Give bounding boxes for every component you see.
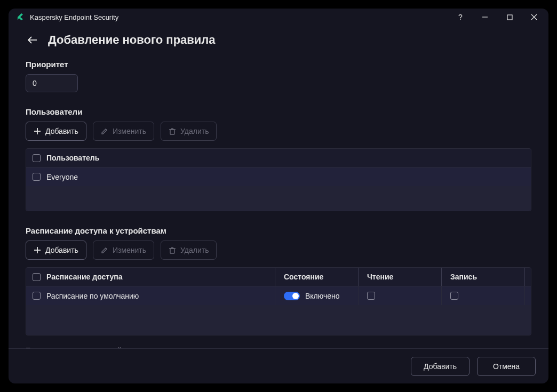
kaspersky-logo-icon — [16, 13, 25, 21]
schedule-col-schedule: Расписание доступа — [46, 273, 275, 281]
users-delete-button[interactable]: Удалить — [161, 122, 217, 141]
page-title: Добавление нового правила — [48, 33, 216, 47]
minimize-icon — [482, 14, 488, 20]
app-window: Kaspersky Endpoint Security ? Добавление… — [9, 9, 548, 383]
plus-icon — [34, 127, 41, 135]
content-area: Добавление нового правила Приоритет Поль… — [9, 26, 548, 348]
schedule-col-read: Чтение — [358, 268, 441, 286]
footer-cancel-button[interactable]: Отмена — [477, 357, 536, 376]
titlebar: Kaspersky Endpoint Security ? — [9, 9, 548, 26]
close-button[interactable] — [522, 9, 546, 25]
trash-icon — [169, 246, 176, 254]
schedule-select-all-checkbox[interactable] — [33, 273, 41, 281]
users-label: Пользователи — [26, 107, 531, 116]
users-add-button[interactable]: Добавить — [26, 122, 86, 141]
arrow-left-icon — [28, 36, 37, 44]
schedule-delete-button[interactable]: Удалить — [161, 241, 217, 260]
schedule-table-header: Расписание доступа Состояние Чтение Запи… — [26, 268, 531, 286]
schedule-row-name: Расписание по умолчанию — [46, 292, 275, 300]
svg-rect-8 — [170, 130, 174, 134]
schedule-col-state: Состояние — [275, 268, 358, 286]
user-row-name: Everyone — [46, 173, 531, 181]
schedule-edit-button[interactable]: Изменить — [93, 241, 154, 260]
users-table-row[interactable]: Everyone — [26, 167, 531, 186]
app-title: Kaspersky Endpoint Security — [30, 13, 118, 21]
schedule-delete-label: Удалить — [180, 246, 209, 254]
svg-rect-14 — [170, 249, 174, 253]
users-col-user: Пользователь — [46, 154, 531, 162]
schedule-label: Расписание доступа к устройствам — [26, 226, 531, 235]
svg-rect-1 — [507, 15, 512, 20]
priority-input[interactable] — [26, 79, 78, 87]
schedule-table-row[interactable]: Расписание по умолчанию Включено — [26, 286, 531, 305]
schedule-toolbar: Добавить Изменить Удалить — [26, 241, 531, 260]
help-button[interactable]: ? — [448, 9, 473, 25]
page-header: Добавление нового правила — [26, 30, 531, 54]
footer-add-label: Добавить — [424, 362, 457, 371]
users-add-label: Добавить — [45, 127, 78, 135]
footer-add-button[interactable]: Добавить — [411, 357, 470, 376]
schedule-edit-label: Изменить — [113, 246, 146, 254]
users-delete-label: Удалить — [180, 127, 209, 135]
users-toolbar: Добавить Изменить Удалить — [26, 122, 531, 141]
schedule-state-toggle[interactable] — [284, 292, 300, 300]
schedule-col-write: Запись — [441, 268, 524, 286]
minimize-button[interactable] — [473, 9, 497, 25]
trash-icon — [169, 127, 176, 135]
schedule-write-checkbox[interactable] — [450, 292, 458, 300]
dialog-footer: Добавить Отмена — [9, 348, 548, 383]
users-edit-label: Изменить — [113, 127, 146, 135]
close-icon — [531, 14, 537, 20]
users-table-empty-area — [26, 186, 531, 211]
users-table-header: Пользователь — [26, 149, 531, 167]
schedule-read-checkbox[interactable] — [367, 292, 375, 300]
schedule-table: Расписание доступа Состояние Чтение Запи… — [26, 267, 531, 335]
users-edit-button[interactable]: Изменить — [93, 122, 154, 141]
schedule-state-text: Включено — [305, 292, 340, 300]
schedule-add-label: Добавить — [45, 246, 78, 254]
back-button[interactable] — [27, 34, 38, 46]
svg-line-13 — [106, 248, 107, 249]
schedule-table-empty-area — [26, 305, 531, 335]
priority-label: Приоритет — [26, 60, 531, 69]
svg-line-7 — [106, 129, 107, 130]
footer-cancel-label: Отмена — [493, 362, 520, 371]
schedule-row-checkbox[interactable] — [33, 292, 41, 300]
user-row-checkbox[interactable] — [33, 173, 41, 181]
maximize-icon — [507, 14, 513, 20]
users-select-all-checkbox[interactable] — [33, 154, 41, 162]
pencil-icon — [101, 127, 108, 135]
priority-stepper[interactable] — [26, 74, 78, 92]
users-table: Пользователь Everyone — [26, 148, 531, 211]
schedule-add-button[interactable]: Добавить — [26, 241, 86, 260]
maximize-button[interactable] — [497, 9, 522, 25]
help-icon: ? — [458, 13, 463, 21]
pencil-icon — [101, 246, 108, 254]
plus-icon — [34, 246, 41, 254]
